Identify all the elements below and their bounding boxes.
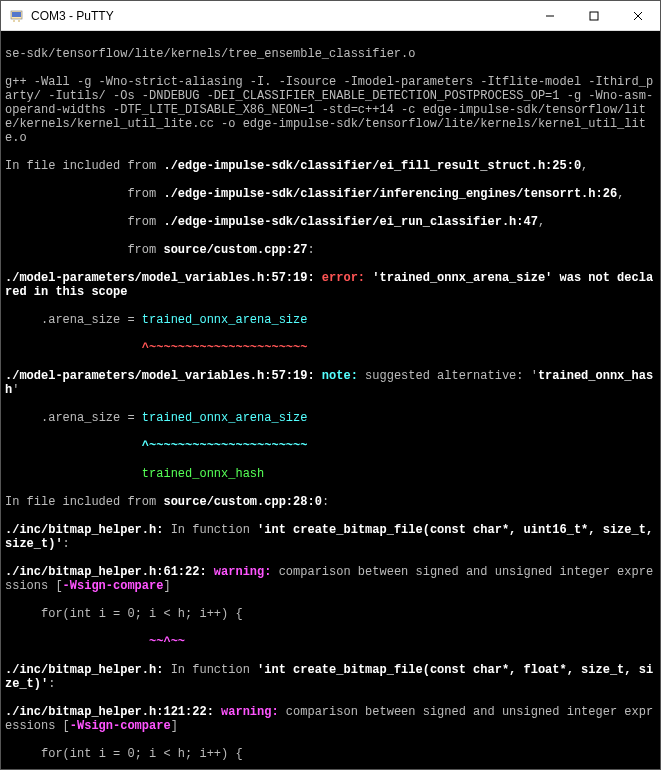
svg-rect-5 [590,12,598,20]
output-line: ./inc/bitmap_helper.h: In function 'int … [5,663,656,691]
putty-window: COM3 - PuTTY se-sdk/tensorflow/lite/kern… [0,0,661,770]
output-line: g++ -Wall -g -Wno-strict-aliasing -I. -I… [5,75,656,145]
output-line: ^~~~~~~~~~~~~~~~~~~~~~~ [5,439,656,453]
output-line: trained_onnx_hash [5,467,656,481]
output-line: ^~~~~~~~~~~~~~~~~~~~~~~ [5,341,656,355]
warning-line: ./inc/bitmap_helper.h:121:22: warning: c… [5,705,656,733]
maximize-button[interactable] [572,1,616,31]
error-line: ./model-parameters/model_variables.h:57:… [5,271,656,299]
output-line: from ./edge-impulse-sdk/classifier/infer… [5,187,656,201]
output-line: for(int i = 0; i < h; i++) { [5,747,656,761]
titlebar: COM3 - PuTTY [1,1,660,31]
output-line: from ./edge-impulse-sdk/classifier/ei_ru… [5,215,656,229]
window-controls [528,1,660,31]
output-line: .arena_size = trained_onnx_arena_size [5,411,656,425]
putty-icon [9,8,25,24]
minimize-button[interactable] [528,1,572,31]
warning-line: ./inc/bitmap_helper.h:61:22: warning: co… [5,565,656,593]
output-line: se-sdk/tensorflow/lite/kernels/tree_ense… [5,47,656,61]
terminal-output[interactable]: se-sdk/tensorflow/lite/kernels/tree_ense… [1,31,660,769]
output-line: from source/custom.cpp:27: [5,243,656,257]
close-button[interactable] [616,1,660,31]
output-line: .arena_size = trained_onnx_arena_size [5,313,656,327]
output-line: ~~^~~ [5,635,656,649]
output-line: for(int i = 0; i < h; i++) { [5,607,656,621]
window-title: COM3 - PuTTY [31,9,528,23]
svg-rect-1 [12,12,21,17]
note-line: ./model-parameters/model_variables.h:57:… [5,369,656,397]
output-line: In file included from ./edge-impulse-sdk… [5,159,656,173]
output-line: ./inc/bitmap_helper.h: In function 'int … [5,523,656,551]
output-line: In file included from source/custom.cpp:… [5,495,656,509]
